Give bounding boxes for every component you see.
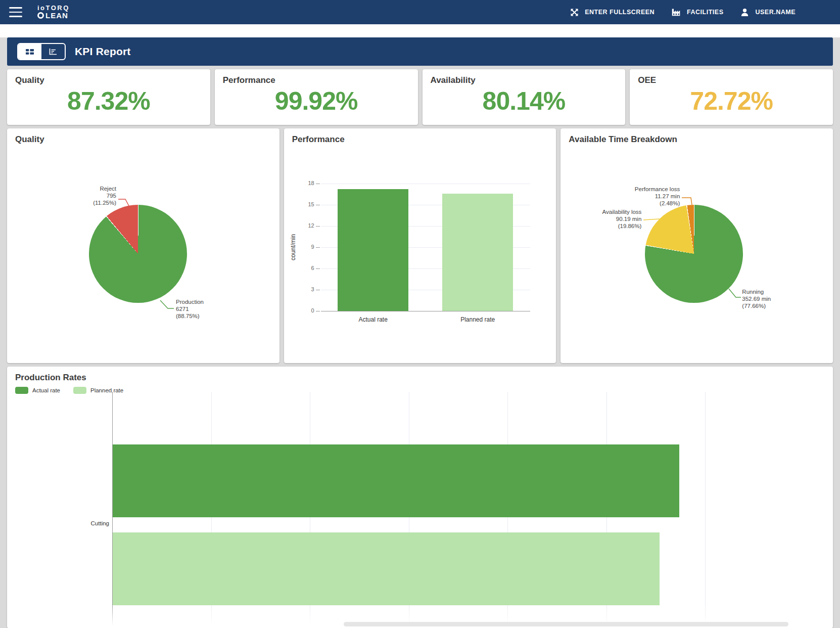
x-category-label: Actual rate [338, 316, 408, 323]
logo-ring-icon [37, 12, 44, 19]
user-menu-button[interactable]: USER.NAME [739, 7, 796, 18]
y-tick [316, 268, 320, 269]
production-slice-label: Production 6271 (88.75%) [176, 298, 231, 320]
chart-view-button[interactable] [41, 44, 65, 59]
y-tick [316, 205, 320, 205]
y-tick [316, 311, 320, 311]
bar-planned-rate [113, 532, 660, 605]
performance-loss-slice-label: Performance loss 11.27 min (2.48%) [614, 186, 680, 207]
enter-fullscreen-button[interactable]: ENTER FULLSCREEN [569, 7, 655, 18]
factory-icon [671, 7, 682, 18]
app-logo: ioTORQ LEAN [37, 5, 70, 19]
charts-row: Quality Reject 795 (11.25%) Production 6… [7, 128, 833, 363]
horizontal-scrollbar[interactable] [344, 622, 788, 626]
kpi-value-availability: 80.14% [431, 86, 618, 116]
production-rates-bar-chart: Cutting [7, 367, 833, 628]
view-toggle-group [17, 43, 66, 60]
y-tick-label: 18 [293, 180, 314, 186]
category-label-cutting: Cutting [67, 520, 109, 526]
y-tick [316, 184, 320, 184]
logo-line2: LEAN [45, 12, 68, 20]
axis-top-tick [109, 392, 113, 392]
kpi-title: Availability [431, 75, 618, 85]
kpi-value-oee: 72.72% [638, 86, 825, 116]
bar-chart-view-icon [49, 48, 58, 55]
quality-pie [89, 205, 187, 303]
person-icon [739, 7, 750, 18]
x-category-label: Planned rate [442, 316, 513, 323]
fullscreen-icon [569, 7, 580, 18]
y-tick-label: 12 [293, 222, 314, 229]
gridline [705, 392, 706, 628]
kpi-value-quality: 87.32% [15, 86, 202, 116]
y-tick-label: 3 [293, 286, 314, 292]
kpi-card-availability: Availability 80.14% [423, 69, 626, 125]
y-tick [316, 247, 320, 248]
bar-actual-rate [113, 444, 679, 517]
chart-title: Quality [15, 134, 271, 145]
x-axis-line [321, 311, 530, 311]
grid-view-icon [25, 49, 34, 55]
y-tick [316, 290, 320, 290]
logo-line1: ioTORQ [37, 5, 70, 12]
kpi-title: OEE [638, 75, 825, 85]
fullscreen-label: ENTER FULLSCREEN [585, 9, 655, 16]
top-navbar: ioTORQ LEAN ENTER FULLSCREEN FACILITIES [0, 0, 840, 24]
chart-title: Available Time Breakdown [569, 134, 825, 145]
y-tick [316, 226, 320, 227]
kpi-card-quality: Quality 87.32% [7, 69, 210, 125]
y-tick-label: 15 [293, 201, 314, 207]
dashboard: KPI Report Quality 87.32% Performance 99… [0, 37, 840, 628]
y-tick-label: 6 [293, 265, 314, 271]
reject-slice-label: Reject 795 (11.25%) [51, 185, 116, 206]
page-top-spacer [0, 24, 840, 37]
bar-actual-rate [338, 189, 408, 311]
production-rates-card: Production Rates Actual rate Planned rat… [7, 367, 833, 628]
kpi-card-performance: Performance 99.92% [215, 69, 418, 125]
running-slice-label: Running 352.69 min (77.66%) [742, 288, 798, 309]
kpi-title: Performance [223, 75, 410, 85]
kpi-report-header: KPI Report [7, 37, 833, 66]
performance-bar-chart: count/min 0369121518Actual ratePlanned r… [284, 128, 556, 363]
kpi-value-performance: 99.92% [223, 86, 410, 116]
y-tick-label: 9 [293, 244, 314, 250]
y-tick-label: 0 [293, 307, 314, 313]
availability-loss-slice-label: Availability loss 90.19 min (19.86%) [576, 208, 641, 230]
menu-icon[interactable] [9, 7, 24, 17]
facilities-label: FACILITIES [687, 9, 723, 16]
facilities-button[interactable]: FACILITIES [671, 7, 723, 18]
kpi-title: Quality [15, 75, 202, 85]
performance-chart-card: Performance count/min 0369121518Actual r… [284, 128, 556, 363]
bar-planned-rate [442, 194, 513, 311]
available-time-chart-card: Available Time Breakdown Performance los… [561, 128, 833, 363]
kpi-cards-row: Quality 87.32% Performance 99.92% Availa… [7, 69, 833, 125]
grid-view-button[interactable] [18, 44, 41, 59]
kpi-card-oee: OEE 72.72% [630, 69, 833, 125]
page-title: KPI Report [75, 46, 131, 58]
gridline [321, 184, 530, 184]
quality-chart-card: Quality Reject 795 (11.25%) Production 6… [7, 128, 279, 363]
available-time-pie [645, 205, 743, 303]
user-name-label: USER.NAME [755, 9, 796, 16]
